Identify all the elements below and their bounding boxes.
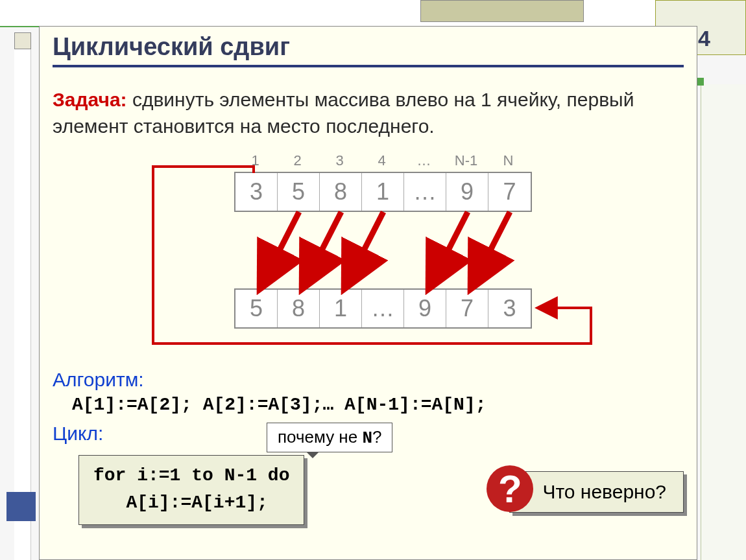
bottom-row: почему не N? for i:=1 to N-1 do A[i]:=A[…: [53, 449, 684, 533]
task-text: сдвинуть элементы массива влево на 1 яче…: [53, 89, 634, 137]
task-description: Задача: сдвинуть элементы массива влево …: [53, 87, 684, 139]
decorative-top-bar: [0, 0, 746, 27]
svg-line-1: [304, 212, 341, 286]
svg-line-2: [346, 212, 383, 286]
shift-arrows: [98, 152, 682, 360]
svg-line-4: [472, 212, 510, 286]
callout-text: почему не: [278, 427, 362, 447]
algorithm-label: Алгоритм:: [53, 369, 684, 391]
task-label: Задача:: [53, 89, 127, 110]
why-not-n-callout: почему не N?: [267, 423, 392, 452]
whats-wrong-text: Что неверно?: [542, 481, 666, 502]
slide-title: Циклический сдвиг: [53, 33, 684, 65]
title-underline: [53, 65, 684, 67]
right-decorative-sidebar: [701, 84, 746, 560]
svg-line-3: [430, 212, 468, 286]
callout-suffix: ?: [372, 427, 381, 447]
question-mark-icon: ?: [487, 465, 533, 512]
for-line-2: A[i]:=A[i+1];: [93, 489, 289, 517]
shift-diagram: 1 2 3 4 … N-1 N 3 5 8 1 … 9 7 5 8 1 … 9 …: [98, 152, 684, 360]
algorithm-code: A[1]:=A[2]; A[2]:=A[3];… A[N-1]:=A[N];: [72, 395, 684, 415]
for-line-1: for i:=1 to N-1 do: [93, 462, 289, 489]
slide-content: Циклический сдвиг Задача: сдвинуть элеме…: [39, 26, 697, 560]
left-decorative-sidebar: [0, 27, 39, 560]
for-loop-code-box: for i:=1 to N-1 do A[i]:=A[i+1];: [78, 455, 304, 525]
whats-wrong-callout: ? Что неверно?: [509, 471, 684, 513]
svg-line-0: [261, 212, 299, 286]
callout-n: N: [362, 428, 372, 448]
